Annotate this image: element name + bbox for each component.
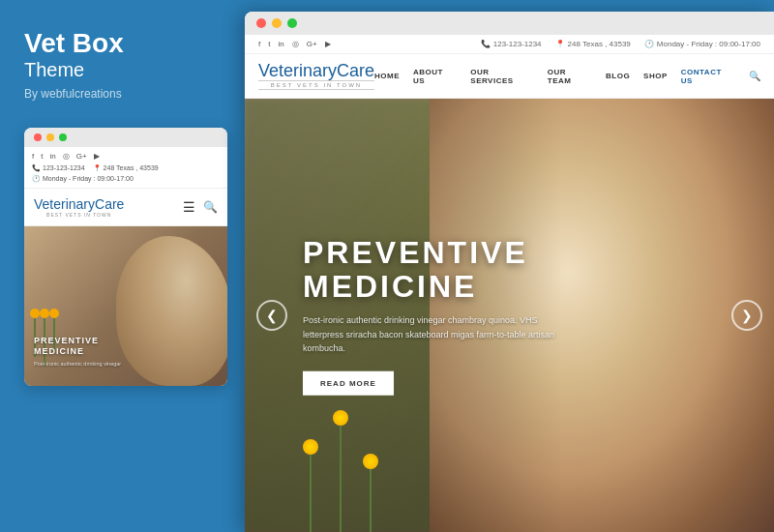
desktop-logo: VeterinaryCare [258, 62, 374, 79]
desktop-hero: PREVENTIVE MEDICINE Post-ironic authenti… [245, 99, 774, 532]
fb-icon: f [32, 152, 34, 161]
mobile-preview: f t in ◎ G+ ▶ 📞 123-123-1234 📍 248 Texas… [24, 128, 227, 386]
hero-flower-2 [333, 410, 348, 532]
hero-flowers [303, 410, 378, 532]
hamburger-icon[interactable]: ☰ [183, 199, 195, 215]
desktop-browser-bar [245, 12, 774, 35]
desktop-hours: 🕐 Monday - Friday : 09:00-17:00 [644, 40, 760, 48]
mobile-social-icons: f t in ◎ G+ ▶ [32, 152, 220, 161]
ig-icon: ◎ [63, 152, 70, 161]
desktop-contact-info: 📞 123-123-1234 📍 248 Texas , 43539 🕐 Mon… [481, 40, 760, 48]
tw-icon-desk: t [268, 40, 270, 48]
gp-icon: G+ [76, 152, 87, 161]
in-icon-desk: in [278, 40, 283, 48]
mobile-logo: VeterinaryCare [34, 196, 124, 212]
hero-description: Post-ironic authentic drinking vinegar c… [303, 313, 574, 355]
gp-icon-desk: G+ [307, 40, 317, 48]
nav-blog[interactable]: BLOG [606, 72, 630, 80]
nav-about[interactable]: ABOUT US [413, 68, 457, 85]
hero-flower-3 [363, 454, 378, 532]
nav-contact[interactable]: CONTACT US [681, 68, 735, 85]
yt-icon: ▶ [94, 152, 100, 161]
desktop-navbar: VeterinaryCare BEST VETS IN TOWN HOME AB… [245, 54, 774, 99]
desktop-dot-yellow [272, 18, 282, 28]
desktop-address: 📍 248 Texas , 43539 [555, 40, 631, 48]
desktop-preview: f t in ◎ G+ ▶ 📞 123-123-1234 📍 248 Texas… [245, 12, 774, 532]
mobile-logo-area: VeterinaryCare BEST VETS IN TOWN ☰ 🔍 [24, 189, 227, 226]
address-info: 📍 248 Texas , 43539 [93, 164, 159, 172]
theme-name: Vet Box Theme By webfulcreations [24, 29, 213, 128]
mobile-browser-bar [24, 128, 227, 147]
desktop-dot-green [287, 18, 297, 28]
mobile-hours: 🕐 Monday - Friday : 09:00-17:00 [32, 175, 220, 183]
mobile-hero: PREVENTIVEMEDICINE Post-ironic authentic… [24, 226, 227, 386]
yt-icon-desk: ▶ [325, 40, 331, 48]
desktop-phone: 📞 123-123-1234 [481, 40, 542, 48]
read-more-button[interactable]: READ MORE [303, 370, 394, 395]
desktop-dot-red [256, 18, 266, 28]
search-icon-desktop[interactable]: 🔍 [749, 71, 760, 81]
mobile-hero-title: PREVENTIVEMEDICINE [34, 336, 121, 358]
desktop-logo-sub: BEST VETS IN TOWN [258, 80, 374, 90]
carousel-arrow-right[interactable]: ❯ [731, 300, 762, 331]
mobile-contact-info: 📞 123-123-1234 📍 248 Texas , 43539 [32, 164, 220, 172]
mobile-hero-text: PREVENTIVEMEDICINE Post-ironic authentic… [34, 336, 121, 369]
in-icon: in [49, 152, 55, 161]
dot-red [34, 133, 42, 141]
hours-info: 🕐 Monday - Friday : 09:00-17:00 [32, 175, 134, 183]
search-icon-mobile[interactable]: 🔍 [203, 200, 218, 214]
hero-title: PREVENTIVE MEDICINE [303, 236, 574, 304]
tw-icon: t [41, 152, 43, 161]
hero-flower-1 [303, 439, 318, 532]
hero-content: PREVENTIVE MEDICINE Post-ironic authenti… [303, 236, 574, 396]
desktop-logo-block: VeterinaryCare BEST VETS IN TOWN [258, 62, 374, 90]
mobile-topbar: f t in ◎ G+ ▶ 📞 123-123-1234 📍 248 Texas… [24, 147, 227, 189]
nav-shop[interactable]: SHOP [643, 72, 668, 80]
mobile-dog-image [116, 236, 227, 386]
desktop-nav: HOME ABOUT US OUR SERVICES OUR TEAM BLOG… [374, 68, 760, 85]
desktop-social-icons: f t in ◎ G+ ▶ [258, 40, 331, 48]
dot-green [59, 133, 67, 141]
ig-icon-desk: ◎ [292, 40, 299, 48]
phone-info: 📞 123-123-1234 [32, 164, 85, 172]
nav-team[interactable]: OUR TEAM [548, 68, 592, 85]
left-panel: Vet Box Theme By webfulcreations f t in … [0, 0, 237, 532]
fb-icon-desk: f [258, 40, 260, 48]
nav-home[interactable]: HOME [374, 72, 400, 80]
dot-yellow [46, 133, 54, 141]
desktop-topbar: f t in ◎ G+ ▶ 📞 123-123-1234 📍 248 Texas… [245, 35, 774, 54]
mobile-hero-desc: Post-ironic authentic drinking vinegar [34, 361, 121, 369]
mobile-logo-sub: BEST VETS IN TOWN [34, 212, 124, 218]
carousel-arrow-left[interactable]: ❮ [256, 300, 287, 331]
nav-services[interactable]: OUR SERVICES [470, 68, 534, 85]
